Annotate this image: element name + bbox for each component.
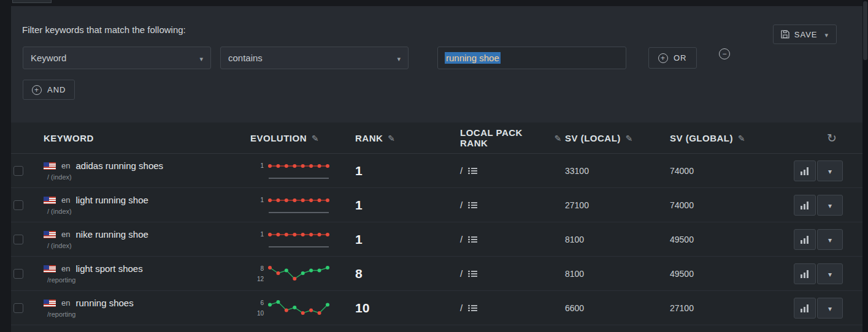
- chart-button[interactable]: [794, 229, 816, 250]
- keyword-cell: en adidas running shoes / (index): [40, 160, 247, 181]
- chevron-down-icon: [828, 166, 832, 176]
- filter-section: Filter keywords that match the following…: [11, 6, 862, 123]
- table-body: en adidas running shoes / (index) 1 1 / …: [11, 154, 862, 325]
- evolution-labels: 1: [250, 162, 264, 180]
- header-actions: [772, 131, 862, 145]
- bar-chart-icon: [800, 167, 810, 175]
- header-rank-label: RANK: [355, 133, 383, 143]
- remove-condition-icon[interactable]: [719, 48, 730, 59]
- main-panel: Filter keywords that match the following…: [11, 6, 862, 332]
- sv-local-cell: 27100: [562, 200, 667, 210]
- evolution-sparkline: [267, 230, 331, 249]
- header-sv-global: SV (GLOBAL): [667, 133, 772, 143]
- rank-cell: 1: [352, 198, 457, 213]
- filter-value-input[interactable]: running shoe: [437, 47, 626, 69]
- keyword-cell: en running shoes /reporting: [40, 298, 247, 318]
- filter-field-value: Keyword: [31, 53, 66, 63]
- row-actions: [772, 263, 862, 284]
- list-icon[interactable]: [468, 167, 477, 175]
- keyword-name: light sport shoes: [75, 263, 142, 274]
- evolution-cell: 1: [247, 230, 352, 249]
- and-button[interactable]: AND: [23, 80, 75, 100]
- evolution-sparkline: [267, 265, 331, 283]
- rank-cell: 1: [352, 164, 457, 178]
- save-icon: [781, 30, 789, 39]
- sv-local-cell: 8100: [562, 269, 667, 279]
- local-pack-rank-value: /: [460, 268, 463, 279]
- row-menu-button[interactable]: [817, 160, 843, 181]
- list-icon[interactable]: [468, 236, 477, 243]
- language-label: en: [61, 230, 70, 239]
- chart-button[interactable]: [794, 160, 816, 181]
- edit-column-icon[interactable]: [388, 133, 395, 143]
- top-tab-fragment: [12, 0, 52, 3]
- row-menu-button[interactable]: [817, 195, 843, 216]
- bar-chart-icon: [800, 304, 810, 312]
- scrollbar-thumb[interactable]: [863, 1, 867, 60]
- keyword-name: nike running shoe: [75, 229, 148, 240]
- row-actions: [772, 229, 862, 250]
- edit-column-icon[interactable]: [626, 133, 633, 143]
- chart-button[interactable]: [794, 298, 816, 319]
- chevron-down-icon: [199, 53, 203, 62]
- language-label: en: [61, 195, 70, 205]
- header-evolution: EVOLUTION: [247, 133, 352, 143]
- row-menu-button[interactable]: [817, 263, 843, 284]
- local-pack-rank-value: /: [460, 234, 463, 244]
- row-checkbox[interactable]: [13, 303, 23, 313]
- filter-field-select[interactable]: Keyword: [23, 47, 211, 69]
- language-label: en: [61, 298, 70, 307]
- bar-chart-icon: [800, 235, 810, 244]
- table-row: en adidas running shoes / (index) 1 1 / …: [11, 154, 862, 188]
- save-button[interactable]: SAVE: [773, 25, 837, 44]
- filter-operator-select[interactable]: contains: [220, 47, 409, 69]
- table-row: en light running shoe / (index) 1 1 / 27…: [11, 188, 862, 222]
- chevron-down-icon: [397, 53, 401, 62]
- row-checkbox-cell: [11, 200, 40, 210]
- evolution-labels: 610: [250, 299, 264, 317]
- row-checkbox[interactable]: [13, 166, 23, 176]
- header-rank: RANK: [352, 133, 457, 143]
- local-pack-rank-value: /: [460, 200, 463, 210]
- list-icon[interactable]: [468, 270, 477, 277]
- evolution-cell: 1: [247, 162, 352, 180]
- header-sv-local: SV (LOCAL): [562, 133, 667, 143]
- plus-circle-icon: [658, 53, 668, 63]
- evolution-sparkline: [267, 162, 331, 180]
- chart-button[interactable]: [794, 195, 816, 216]
- edit-column-icon[interactable]: [312, 133, 319, 143]
- or-button-label: OR: [674, 53, 687, 62]
- scrollbar[interactable]: [862, 0, 868, 332]
- header-local-pack-rank: LOCAL PACK RANK: [457, 127, 562, 148]
- chevron-down-icon: [828, 303, 832, 313]
- evolution-sparkline: [267, 299, 331, 317]
- row-checkbox[interactable]: [13, 235, 23, 244]
- edit-column-icon[interactable]: [555, 133, 562, 143]
- list-icon[interactable]: [468, 202, 477, 209]
- chevron-down-icon: [824, 31, 829, 39]
- list-icon[interactable]: [468, 304, 477, 312]
- sv-global-cell: 49500: [667, 269, 772, 279]
- row-checkbox[interactable]: [13, 269, 23, 279]
- or-button[interactable]: OR: [648, 47, 697, 69]
- keyword-name: adidas running shoes: [75, 160, 163, 171]
- row-menu-button[interactable]: [817, 298, 843, 319]
- table-row: en running shoes /reporting 610 10 / 660…: [11, 291, 862, 325]
- us-flag-icon: [44, 265, 56, 273]
- sv-global-cell: 74000: [667, 200, 772, 210]
- us-flag-icon: [44, 197, 56, 204]
- row-checkbox[interactable]: [13, 200, 23, 210]
- local-pack-cell: /: [457, 200, 562, 210]
- row-menu-button[interactable]: [817, 229, 843, 250]
- keyword-path: /reporting: [47, 311, 247, 318]
- header-keyword: KEYWORD: [40, 133, 247, 143]
- chevron-down-icon: [828, 269, 832, 279]
- row-checkbox-cell: [11, 269, 40, 279]
- edit-column-icon[interactable]: [738, 133, 745, 143]
- us-flag-icon: [44, 300, 56, 307]
- refresh-icon[interactable]: [827, 131, 837, 145]
- bar-chart-icon: [800, 270, 810, 278]
- chart-button[interactable]: [794, 263, 816, 284]
- header-sv-local-label: SV (LOCAL): [565, 133, 621, 143]
- sv-local-cell: 33100: [562, 166, 667, 176]
